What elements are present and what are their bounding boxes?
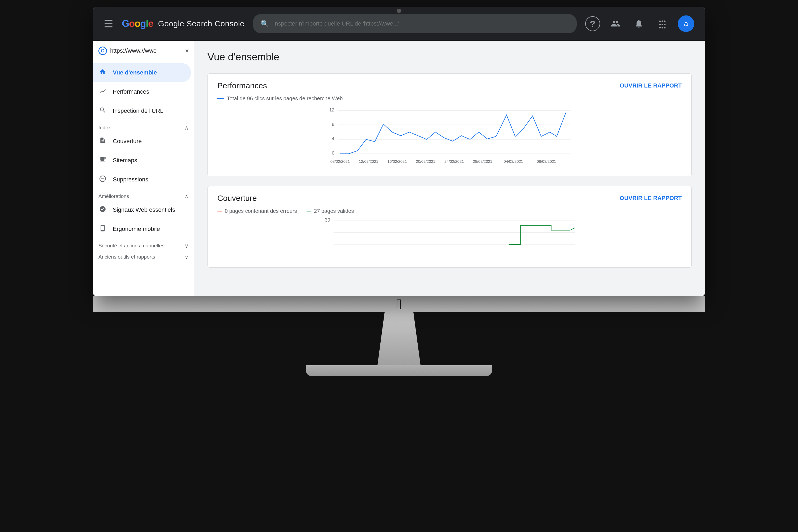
anciens-section-header[interactable]: Anciens outils et rapports ∨	[93, 250, 194, 261]
scene: ☰ Google Google Search Console 🔍 ?	[26, 7, 772, 525]
removals-icon	[98, 175, 107, 184]
sidebar-item-web-vitals-label: Signaux Web essentiels	[113, 206, 175, 213]
coverage-icon	[98, 137, 107, 146]
couverture-card: Couverture OUVRIR LE RAPPORT 0 pages con…	[208, 186, 691, 268]
content-area: Vue d'ensemble Performances OUVRIR LE RA…	[194, 41, 705, 296]
search-icon: 🔍	[261, 20, 269, 28]
imac-base: 	[93, 296, 705, 376]
search-nav-icon	[98, 107, 107, 115]
main-area: C https://www.//wwe ▾ Vue d'ensemble	[93, 41, 705, 296]
anciens-section-label: Anciens outils et rapports	[98, 254, 155, 260]
svg-text:12/02/2021: 12/02/2021	[359, 159, 378, 164]
svg-text:30: 30	[325, 218, 330, 223]
apple-logo-icon: 	[396, 296, 402, 313]
hamburger-icon[interactable]: ☰	[104, 18, 113, 30]
dropdown-icon: ▾	[185, 47, 189, 55]
sidebar-item-removals-label: Suppressions	[113, 176, 148, 183]
mobile-icon	[98, 225, 107, 233]
trend-icon	[98, 88, 107, 96]
svg-text:28/02/2021: 28/02/2021	[473, 159, 492, 164]
couverture-chart: 30	[208, 214, 691, 267]
performances-open-report[interactable]: OUVRIR LE RAPPORT	[620, 82, 682, 89]
performances-chart-svg: 12 8 4 0 08/02/2021 12/02/2021 16/02/202…	[217, 106, 682, 170]
performances-chart: 12 8 4 0 08/02/2021 12/02/2021 16/02/202…	[208, 101, 691, 176]
sidebar-item-performances-label: Performances	[113, 88, 149, 95]
svg-text:04/03/2021: 04/03/2021	[504, 159, 523, 164]
property-selector[interactable]: C https://www.//wwe ▾	[93, 41, 194, 61]
securite-section-header[interactable]: Sécurité et actions manuelles ∨	[93, 239, 194, 250]
valid-legend-text: 27 pages valides	[314, 208, 354, 214]
sidebar-item-overview-label: Vue d'ensemble	[113, 69, 157, 76]
couverture-legend: 0 pages contenant des erreurs 27 pages v…	[208, 203, 691, 214]
performances-legend: Total de 96 clics sur les pages de reche…	[208, 90, 691, 101]
index-section-label: Index	[98, 125, 111, 131]
notifications-button[interactable]	[631, 16, 647, 32]
imac-foot	[306, 365, 492, 376]
property-url: https://www.//wwe	[110, 48, 182, 54]
sitemaps-icon	[98, 156, 107, 165]
sidebar-item-removals[interactable]: Suppressions	[93, 170, 191, 189]
ameliorations-section-label: Améliorations	[98, 193, 129, 199]
search-bar[interactable]: 🔍	[253, 14, 577, 33]
performances-legend-text: Total de 96 clics sur les pages de reche…	[227, 95, 343, 101]
performances-card: Performances OUVRIR LE RAPPORT Total de …	[208, 73, 691, 176]
errors-legend-dot	[217, 211, 222, 211]
sidebar-item-coverage-label: Couverture	[113, 138, 142, 145]
svg-text:12: 12	[329, 107, 334, 113]
svg-text:20/02/2021: 20/02/2021	[416, 159, 435, 164]
imac-neck	[375, 312, 423, 365]
sidebar-item-performances[interactable]: Performances	[93, 82, 191, 101]
svg-text:24/02/2021: 24/02/2021	[444, 159, 464, 164]
ameliorations-section-header[interactable]: Améliorations ∧	[93, 189, 194, 201]
users-button[interactable]	[608, 16, 624, 32]
web-vitals-icon	[98, 206, 107, 214]
index-section-arrow: ∧	[185, 125, 189, 131]
sidebar-item-web-vitals[interactable]: Signaux Web essentiels	[93, 201, 191, 219]
page-title: Vue d'ensemble	[208, 51, 691, 63]
svg-text:4: 4	[332, 136, 335, 141]
app-title: Google Search Console	[158, 19, 244, 28]
securite-section-arrow: ∨	[185, 243, 189, 249]
camera-dot	[397, 9, 401, 13]
valid-legend-item: 27 pages valides	[306, 208, 354, 214]
sidebar-item-coverage[interactable]: Couverture	[93, 132, 191, 151]
sidebar-item-overview[interactable]: Vue d'ensemble	[93, 63, 191, 82]
logo: Google Google Search Console	[122, 18, 244, 29]
property-icon: C	[98, 46, 107, 55]
svg-text:8: 8	[332, 121, 335, 127]
app-window: ☰ Google Google Search Console 🔍 ?	[93, 7, 705, 296]
index-section-header[interactable]: Index ∧	[93, 121, 194, 132]
user-avatar[interactable]: a	[678, 15, 694, 32]
sidebar-nav: Vue d'ensemble Performances	[93, 61, 194, 263]
svg-text:08/02/2021: 08/02/2021	[330, 159, 350, 164]
sidebar-item-sitemaps[interactable]: Sitemaps	[93, 151, 191, 170]
couverture-open-report[interactable]: OUVRIR LE RAPPORT	[620, 195, 682, 202]
errors-legend-item: 0 pages contenant des erreurs	[217, 208, 297, 214]
grid-button[interactable]	[654, 16, 670, 32]
performances-legend-dot	[217, 98, 224, 99]
home-icon	[98, 68, 107, 77]
sidebar-item-sitemaps-label: Sitemaps	[113, 157, 137, 164]
sidebar-item-url-inspection[interactable]: Inspection de l'URL	[93, 101, 191, 120]
couverture-chart-svg: 30	[217, 218, 682, 261]
couverture-card-header: Couverture OUVRIR LE RAPPORT	[208, 186, 691, 203]
errors-legend-text: 0 pages contenant des erreurs	[225, 208, 297, 214]
performances-title: Performances	[217, 81, 267, 90]
help-button[interactable]: ?	[585, 16, 600, 31]
imac-chin: 	[93, 296, 705, 312]
svg-text:0: 0	[332, 150, 335, 156]
ameliorations-section-arrow: ∧	[185, 193, 189, 200]
search-input[interactable]	[273, 20, 569, 27]
svg-text:08/03/2021: 08/03/2021	[537, 159, 556, 164]
svg-text:16/02/2021: 16/02/2021	[387, 159, 407, 164]
performances-card-header: Performances OUVRIR LE RAPPORT	[208, 74, 691, 90]
anciens-section-arrow: ∨	[185, 254, 189, 260]
topbar-actions: ? a	[585, 15, 694, 32]
sidebar-item-mobile[interactable]: Ergonomie mobile	[93, 220, 191, 238]
sidebar: C https://www.//wwe ▾ Vue d'ensemble	[93, 41, 194, 296]
sidebar-item-mobile-label: Ergonomie mobile	[113, 226, 160, 232]
couverture-title: Couverture	[217, 194, 257, 203]
securite-section-label: Sécurité et actions manuelles	[98, 243, 165, 249]
sidebar-item-url-label: Inspection de l'URL	[113, 108, 163, 114]
valid-legend-dot	[306, 211, 311, 211]
